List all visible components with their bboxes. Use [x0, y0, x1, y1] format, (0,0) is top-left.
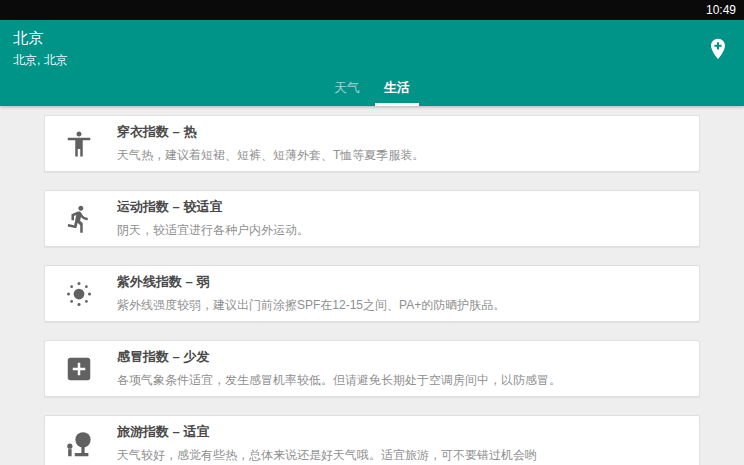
list-item-sports-index[interactable]: 运动指数 – 较适宜 阴天，较适宜进行各种户内外运动。: [44, 190, 700, 247]
location-header: 北京 北京, 北京: [0, 20, 744, 69]
list-item-dressing-index[interactable]: 穿衣指数 – 热 天气热，建议着短裙、短裤、短薄外套、T恤等夏季服装。: [44, 115, 700, 172]
list-item-uv-index[interactable]: 紫外线指数 – 弱 紫外线强度较弱，建议出门前涂擦SPF在12-15之间、PA+…: [44, 265, 700, 322]
status-bar: 10:49: [0, 0, 744, 20]
card-title: 感冒指数 – 少发: [117, 348, 683, 366]
add-location-button[interactable]: [706, 35, 730, 63]
tab-life[interactable]: 生活: [372, 73, 422, 106]
card-description: 紫外线强度较弱，建议出门前涂擦SPF在12-15之间、PA+的防晒护肤品。: [117, 297, 683, 314]
page-subtitle: 北京, 北京: [13, 52, 744, 69]
first-aid-cross-icon: [64, 354, 94, 384]
tab-bar: 天气 生活: [0, 73, 744, 106]
running-person-icon: [64, 204, 94, 234]
life-index-list: 穿衣指数 – 热 天气热，建议着短裙、短裤、短薄外套、T恤等夏季服装。 运动指数…: [0, 106, 744, 465]
card-description: 阴天，较适宜进行各种户内外运动。: [117, 222, 683, 239]
card-text: 运动指数 – 较适宜 阴天，较适宜进行各种户内外运动。: [117, 198, 699, 239]
card-text: 旅游指数 – 适宜 天气较好，感觉有些热，总体来说还是好天气哦。适宜旅游，可不要…: [117, 423, 699, 464]
card-description: 各项气象条件适宜，发生感冒机率较低。但请避免长期处于空调房间中，以防感冒。: [117, 372, 683, 389]
page-title: 北京: [13, 29, 744, 48]
card-title: 穿衣指数 – 热: [117, 123, 683, 141]
card-title: 运动指数 – 较适宜: [117, 198, 683, 216]
dressing-person-icon: [64, 129, 94, 159]
travel-tripod-icon: [64, 429, 94, 459]
card-text: 穿衣指数 – 热 天气热，建议着短裙、短裤、短薄外套、T恤等夏季服装。: [117, 123, 699, 164]
uv-sun-icon: [64, 279, 94, 309]
card-description: 天气较好，感觉有些热，总体来说还是好天气哦。适宜旅游，可不要错过机会哟: [117, 447, 683, 464]
card-text: 感冒指数 – 少发 各项气象条件适宜，发生感冒机率较低。但请避免长期处于空调房间…: [117, 348, 699, 389]
add-location-pin-icon: [706, 35, 730, 63]
card-title: 旅游指数 – 适宜: [117, 423, 683, 441]
card-text: 紫外线指数 – 弱 紫外线强度较弱，建议出门前涂擦SPF在12-15之间、PA+…: [117, 273, 699, 314]
list-item-travel-index[interactable]: 旅游指数 – 适宜 天气较好，感觉有些热，总体来说还是好天气哦。适宜旅游，可不要…: [44, 415, 700, 465]
card-description: 天气热，建议着短裙、短裤、短薄外套、T恤等夏季服装。: [117, 147, 683, 164]
tab-weather[interactable]: 天气: [322, 73, 372, 106]
app-header: 北京 北京, 北京 天气 生活: [0, 20, 744, 106]
card-title: 紫外线指数 – 弱: [117, 273, 683, 291]
status-bar-clock: 10:49: [706, 3, 736, 17]
list-item-cold-index[interactable]: 感冒指数 – 少发 各项气象条件适宜，发生感冒机率较低。但请避免长期处于空调房间…: [44, 340, 700, 397]
